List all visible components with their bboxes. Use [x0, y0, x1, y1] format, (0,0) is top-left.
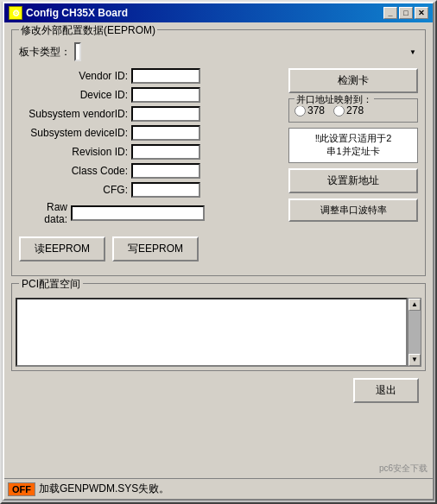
radio-378-text: 378	[307, 104, 325, 117]
note-text: ‼此设置只适用于2 串1并定址卡	[315, 133, 392, 156]
field-row-vendor: Vendor ID:	[19, 68, 283, 84]
right-panel: 检测卡 并口地址映射到： 378 27	[288, 68, 418, 230]
card-type-select[interactable]	[74, 42, 81, 61]
radio-378-label[interactable]: 378	[294, 104, 325, 117]
write-eeprom-button[interactable]: 写EEPROM	[112, 236, 199, 261]
status-bar: OFF 加载GENPWDM.SYS失败。	[4, 478, 433, 499]
pci-scrollbar[interactable]: ▲ ▼	[408, 298, 421, 367]
subsystem-device-id-input[interactable]	[131, 125, 200, 141]
main-window: ⚙ Config CH35X Board _ □ ✕ 修改外部配置数据(EEPR…	[3, 2, 434, 501]
radio-378[interactable]	[294, 105, 306, 117]
app-icon: ⚙	[9, 6, 22, 20]
eeprom-section: 修改外部配置数据(EEPROM) 板卡类型： Vendor ID:	[11, 29, 426, 276]
cfg-label: CFG:	[19, 184, 131, 196]
main-content: 修改外部配置数据(EEPROM) 板卡类型： Vendor ID:	[4, 22, 433, 415]
scroll-track	[408, 311, 421, 354]
port-group-label: 并口地址映射到：	[294, 93, 374, 106]
minimize-button[interactable]: _	[383, 7, 397, 19]
raw-data-label: Raw data:	[19, 201, 71, 226]
footer-row: 退出	[11, 378, 426, 403]
read-eeprom-button[interactable]: 读EEPROM	[19, 236, 105, 261]
card-type-select-wrapper	[74, 42, 418, 61]
set-address-button[interactable]: 设置新地址	[288, 168, 418, 193]
fields-panel: Vendor ID: Device ID: Subsystem vendorID…	[19, 68, 283, 230]
main-section: Vendor ID: Device ID: Subsystem vendorID…	[19, 68, 418, 230]
field-row-revision: Revision ID:	[19, 144, 283, 160]
baud-rate-button[interactable]: 调整串口波特率	[288, 198, 418, 222]
revision-id-input[interactable]	[131, 144, 200, 160]
subsystem-device-id-label: Subsystem deviceID:	[19, 127, 131, 139]
revision-id-label: Revision ID:	[19, 146, 131, 158]
title-bar: ⚙ Config CH35X Board _ □ ✕	[4, 3, 433, 22]
title-bar-left: ⚙ Config CH35X Board	[9, 6, 128, 20]
exit-button[interactable]: 退出	[353, 378, 419, 403]
title-bar-buttons: _ □ ✕	[383, 7, 428, 19]
window-title: Config CH35X Board	[26, 7, 128, 19]
field-row-subsystem-vendor: Subsystem vendorID:	[19, 106, 283, 122]
field-row-class-code: Class Code:	[19, 163, 283, 179]
field-row-subsystem-device: Subsystem deviceID:	[19, 125, 283, 141]
pci-section-title: PCI配置空间	[19, 277, 83, 292]
port-group: 并口地址映射到： 378 278	[288, 98, 418, 123]
scroll-down-arrow[interactable]: ▼	[408, 354, 421, 366]
radio-278-label[interactable]: 278	[333, 104, 364, 117]
pci-section: PCI配置空间 ▲ ▼	[11, 283, 426, 371]
eeprom-section-title: 修改外部配置数据(EEPROM)	[19, 23, 157, 38]
subsystem-vendor-id-input[interactable]	[131, 106, 200, 122]
radio-row: 378 278	[294, 104, 412, 117]
device-id-label: Device ID:	[19, 89, 131, 101]
vendor-id-label: Vendor ID:	[19, 70, 131, 82]
radio-278[interactable]	[333, 105, 345, 117]
watermark: pc6安全下载	[379, 463, 428, 475]
field-row-device: Device ID:	[19, 87, 283, 103]
eeprom-buttons: 读EEPROM 写EEPROM	[19, 236, 418, 261]
pci-textarea[interactable]	[16, 298, 408, 367]
raw-data-input[interactable]	[71, 205, 205, 221]
pci-textarea-area: ▲ ▼	[16, 298, 421, 367]
maximize-button[interactable]: □	[399, 7, 413, 19]
cfg-input[interactable]	[131, 182, 200, 198]
radio-278-text: 278	[346, 104, 364, 117]
field-row-cfg: CFG:	[19, 182, 283, 198]
status-off-badge: OFF	[8, 482, 35, 496]
scroll-up-arrow[interactable]: ▲	[408, 299, 421, 311]
pci-inner: ▲ ▼	[12, 294, 425, 370]
note-box: ‼此设置只适用于2 串1并定址卡	[288, 128, 418, 163]
class-code-input[interactable]	[131, 163, 200, 179]
card-type-label: 板卡类型：	[19, 45, 71, 60]
close-button[interactable]: ✕	[415, 7, 428, 19]
class-code-label: Class Code:	[19, 165, 131, 177]
detect-button[interactable]: 检测卡	[288, 68, 418, 93]
raw-data-row: Raw data:	[19, 201, 283, 226]
card-type-row: 板卡类型：	[19, 42, 418, 61]
subsystem-vendor-id-label: Subsystem vendorID:	[19, 108, 131, 120]
vendor-id-input[interactable]	[131, 68, 200, 84]
device-id-input[interactable]	[131, 87, 200, 103]
status-message: 加载GENPWDM.SYS失败。	[39, 482, 169, 496]
